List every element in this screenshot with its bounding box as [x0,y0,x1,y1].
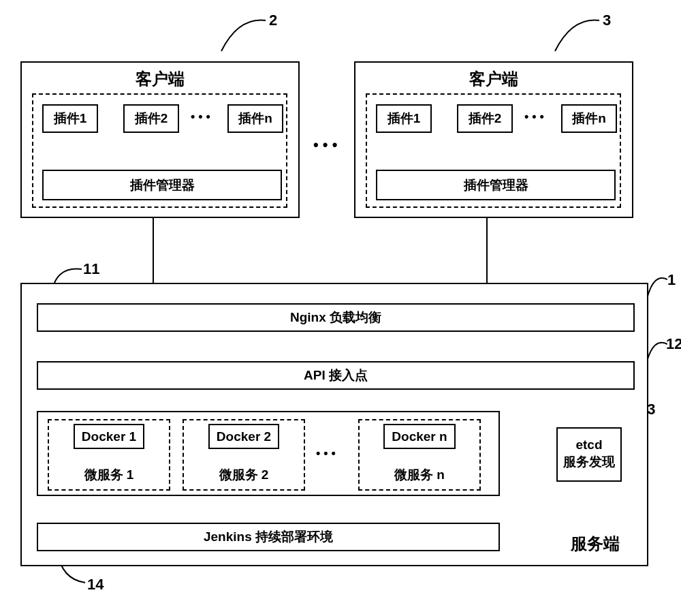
callout-3: 3 [603,12,611,29]
callout-12: 12 [666,335,681,353]
callout-2: 2 [269,12,277,29]
etcd-box: etcd 服务发现 [556,427,622,482]
microservice-2: Docker 2 微服务 2 [183,419,305,491]
docker-2: Docker 2 [208,424,279,449]
client-box-1: 客户端 插件1 插件2 • • • 插件n 插件管理器 [20,61,300,218]
callout-11: 11 [83,260,99,278]
dots-plugins-1: • • • [191,110,210,124]
api-box: API 接入点 [37,361,635,390]
microservice-n: Docker n 微服务 n [358,419,481,491]
plugin-na: 插件n [227,104,283,133]
micro-label-2: 微服务 2 [184,466,304,484]
client-title-1: 客户端 [22,68,298,90]
client-inner-1: 插件1 插件2 • • • 插件n 插件管理器 [32,93,287,208]
server-title: 服务端 [571,533,620,555]
callout-1: 1 [667,271,676,289]
plugin-1a: 插件1 [42,104,98,133]
dots-micro: • • • [316,446,336,461]
plugin-nb: 插件n [561,104,617,133]
client-inner-2: 插件1 插件2 • • • 插件n 插件管理器 [366,93,621,208]
callout-14: 14 [87,576,104,594]
client-title-2: 客户端 [355,68,632,90]
plugin-2a: 插件2 [123,104,179,133]
plugin-1b: 插件1 [376,104,432,133]
dots-plugins-2: • • • [524,110,544,124]
plugin-manager-1: 插件管理器 [42,170,282,200]
nginx-box: Nginx 负载均衡 [37,303,635,332]
client-box-2: 客户端 插件1 插件2 • • • 插件n 插件管理器 [354,61,633,218]
microservices-container: Docker 1 微服务 1 Docker 2 微服务 2 • • • Dock… [37,411,500,496]
etcd-line1: etcd [575,437,602,452]
server-box: Nginx 负载均衡 API 接入点 Docker 1 微服务 1 Docker… [20,283,648,566]
plugin-2b: 插件2 [457,104,513,133]
micro-label-n: 微服务 n [360,466,479,484]
micro-label-1: 微服务 1 [49,466,169,484]
docker-1: Docker 1 [74,424,144,449]
plugin-manager-2: 插件管理器 [376,170,616,200]
diagram-canvas: 2 3 11 1 12 13 14 客户端 插件1 插件2 • • • 插件n … [14,14,667,602]
etcd-line2: 服务发现 [563,455,615,469]
microservice-1: Docker 1 微服务 1 [48,419,170,491]
jenkins-box: Jenkins 持续部署环境 [37,523,500,551]
docker-n: Docker n [383,424,455,449]
dots-clients: • • • [313,136,337,154]
